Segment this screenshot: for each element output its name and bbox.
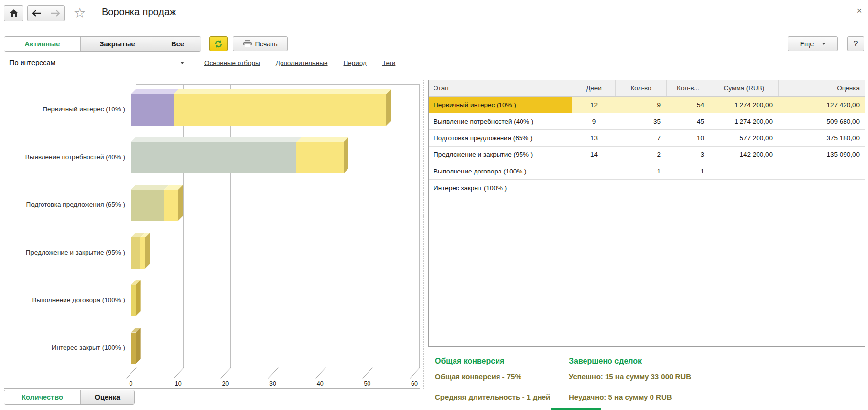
table-cell[interactable]: Выполнение договора (100% ) — [429, 163, 572, 179]
table-cell[interactable]: Подготовка предложения (65% ) — [429, 130, 572, 146]
chart-bar-segment[interactable] — [131, 237, 140, 269]
table-header-cell[interactable]: Этап — [429, 80, 572, 96]
tab-closed-deals[interactable]: Закрытые — [80, 37, 154, 51]
refresh-icon — [214, 40, 223, 48]
chart-bar-segment[interactable] — [174, 94, 386, 126]
table-cell[interactable]: 45 — [667, 113, 710, 129]
table-cell[interactable]: 127 420,00 — [779, 97, 865, 113]
table-row[interactable]: Выявление потребностей (40% )935451 274 … — [429, 113, 865, 130]
chart-grid-line — [278, 84, 278, 368]
table-header-cell[interactable]: Дней — [572, 80, 616, 96]
table-cell[interactable]: Интерес закрыт (100% ) — [429, 180, 572, 196]
chart-axis-tick-label: 20 — [217, 380, 234, 387]
refresh-button[interactable] — [209, 36, 228, 51]
grouping-select[interactable]: По интересам — [4, 55, 188, 70]
chart-bar-segment[interactable] — [131, 333, 136, 364]
filter-link-period[interactable]: Период — [344, 59, 367, 66]
table-cell[interactable]: 1 274 200,00 — [710, 113, 779, 129]
chart-bar-top-face — [131, 89, 178, 94]
table-cell[interactable]: 375 180,00 — [779, 130, 865, 146]
chart-bar-top-face — [296, 137, 348, 142]
more-button[interactable]: Еще — [788, 36, 838, 51]
table-cell[interactable]: 509 680,00 — [779, 113, 865, 129]
table-cell[interactable] — [779, 163, 865, 179]
table-cell[interactable] — [572, 163, 616, 179]
table-header-cell[interactable]: Оценка — [779, 80, 865, 96]
forward-button[interactable] — [46, 10, 65, 17]
table-cell[interactable]: Предложение и закрытие (95% ) — [429, 147, 572, 163]
table-cell[interactable]: 3 — [667, 147, 710, 163]
table-cell[interactable]: 1 — [616, 163, 667, 179]
tab-active-deals[interactable]: Активные — [4, 37, 80, 51]
table-cell[interactable] — [667, 180, 710, 196]
home-button[interactable] — [4, 5, 23, 21]
table-row[interactable]: Интерес закрыт (100% ) — [429, 180, 865, 196]
table-cell[interactable]: 142 200,00 — [710, 147, 779, 163]
table-header-cell[interactable]: Кол-во — [616, 80, 667, 96]
table-cell[interactable] — [710, 163, 779, 179]
toggle-score-button[interactable]: Оценка — [80, 390, 134, 404]
table-cell[interactable]: 9 — [572, 113, 616, 129]
chart-bar-side-face — [178, 185, 183, 221]
table-cell[interactable]: 12 — [572, 97, 616, 113]
chart-axis-tick-label: 30 — [264, 380, 281, 387]
chevron-down-icon — [180, 62, 184, 64]
print-button[interactable]: Печать — [233, 36, 288, 51]
toggle-quantity-button[interactable]: Количество — [4, 390, 80, 404]
table-row[interactable]: Предложение и закрытие (95% )1423142 200… — [429, 147, 865, 163]
table-cell[interactable]: 7 — [616, 130, 667, 146]
table-cell[interactable] — [779, 180, 865, 196]
close-icon[interactable]: × — [853, 5, 865, 17]
table-cell[interactable]: 135 090,00 — [779, 147, 865, 163]
table-header-cell[interactable]: Сумма (RUB) — [710, 80, 779, 96]
table-cell[interactable]: 54 — [667, 97, 710, 113]
tab-all-deals[interactable]: Все — [154, 37, 201, 51]
table-cell[interactable]: 2 — [616, 147, 667, 163]
table-cell[interactable]: 10 — [667, 130, 710, 146]
table-cell[interactable]: 14 — [572, 147, 616, 163]
table-body: Первичный интерес (10% )129541 274 200,0… — [429, 97, 865, 196]
table-row[interactable]: Выполнение договора (100% )11 — [429, 163, 865, 180]
table-header-cell[interactable]: Кол-в... — [667, 80, 710, 96]
chart-bar-segment[interactable] — [296, 142, 344, 173]
table-cell[interactable]: 35 — [616, 113, 667, 129]
combo-arrow-button[interactable] — [176, 55, 188, 70]
table-cell[interactable]: Выявление потребностей (40% ) — [429, 113, 572, 129]
filter-link-main-selections[interactable]: Основные отборы — [204, 59, 260, 66]
page-title: Воронка продаж — [102, 6, 176, 18]
help-button[interactable]: ? — [847, 36, 864, 51]
table-cell[interactable]: 1 274 200,00 — [710, 97, 779, 113]
chart-bar-segment[interactable] — [131, 94, 174, 126]
forward-arrow-icon — [50, 10, 60, 17]
chart-axis-tick-label: 40 — [312, 380, 328, 387]
table-row[interactable]: Подготовка предложения (65% )13710577 20… — [429, 130, 865, 147]
chart-grid-line — [372, 84, 372, 368]
chart-grid-line — [230, 84, 231, 368]
filter-link-additional[interactable]: Дополнительные — [276, 59, 328, 66]
table-cell[interactable] — [572, 180, 616, 196]
table-cell[interactable]: 577 200,00 — [710, 130, 779, 146]
history-nav-group — [27, 5, 65, 21]
chart-bar-top-face — [131, 185, 169, 190]
printer-icon — [243, 40, 252, 47]
panel-splitter[interactable] — [423, 80, 424, 389]
chevron-down-icon — [822, 43, 825, 45]
table-cell[interactable]: 13 — [572, 130, 616, 146]
table-cell[interactable]: Первичный интерес (10% ) — [429, 97, 572, 113]
back-button[interactable] — [28, 10, 46, 17]
chart-bar-segment[interactable] — [164, 190, 178, 221]
favorite-star-icon[interactable]: ☆ — [71, 4, 88, 22]
chart-baseline-front — [131, 373, 414, 373]
table-row[interactable]: Первичный интерес (10% )129541 274 200,0… — [429, 97, 865, 113]
table-cell[interactable]: 1 — [667, 163, 710, 179]
chart-bar-segment[interactable] — [131, 285, 136, 316]
chart-bar-segment[interactable] — [131, 190, 164, 221]
table-cell[interactable] — [616, 180, 667, 196]
bottom-green-indicator[interactable] — [551, 408, 601, 410]
table-cell[interactable]: 9 — [616, 97, 667, 113]
chart-bar-segment[interactable] — [140, 237, 145, 269]
table-cell[interactable] — [710, 180, 779, 196]
filter-link-tags[interactable]: Теги — [382, 59, 395, 66]
chart-baseline-back — [136, 368, 419, 368]
chart-bar-segment[interactable] — [131, 142, 296, 173]
